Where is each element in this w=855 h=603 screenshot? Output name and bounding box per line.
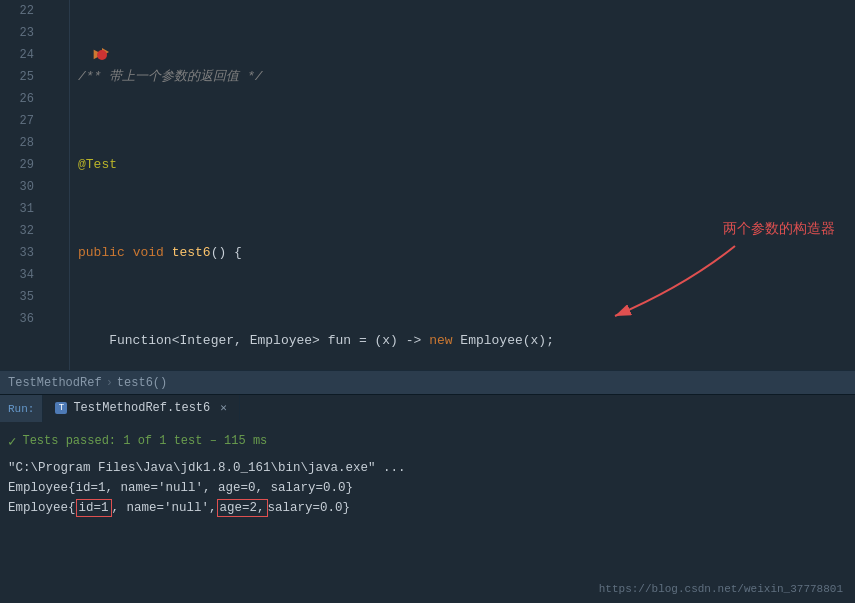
- editor-area: 22 23 24 25 26 27 28 29 30 31 32 33 34 3…: [0, 0, 855, 370]
- emp2-id-box: id=1: [76, 499, 112, 517]
- emp2-mid: , name='null',: [112, 498, 217, 518]
- breadcrumb-bar: TestMethodRef › test6(): [0, 370, 855, 394]
- breadcrumb-class: TestMethodRef: [8, 371, 102, 395]
- tab-bar: Run: T TestMethodRef.test6 ✕: [0, 394, 855, 422]
- ln-28: 28: [0, 132, 34, 154]
- ln-24: 24: [0, 44, 34, 66]
- ln-26: 26: [0, 88, 34, 110]
- code-line-24: public void test6() {: [70, 242, 855, 264]
- url-text: https://blog.csdn.net/weixin_37778801: [599, 583, 843, 595]
- tab-label: TestMethodRef.test6: [73, 401, 210, 415]
- gutter: ►: [42, 0, 70, 370]
- ln-36: 36: [0, 308, 34, 330]
- console-line-path: "C:\Program Files\Java\jdk1.8.0_161\bin\…: [8, 458, 847, 478]
- line-numbers: 22 23 24 25 26 27 28 29 30 31 32 33 34 3…: [0, 0, 42, 370]
- code-line-22: /** 带上一个参数的返回值 */: [70, 66, 855, 88]
- ln-22: 22: [0, 0, 34, 22]
- ln-31: 31: [0, 198, 34, 220]
- breadcrumb-separator: ›: [106, 371, 113, 395]
- check-icon: ✓: [8, 433, 16, 450]
- console-container: ▶ ↺ ■ ✓ Tests passed: 1 of 1 test – 115 …: [0, 422, 855, 597]
- tab-close-icon[interactable]: ✕: [220, 401, 227, 414]
- ln-27: 27: [0, 110, 34, 132]
- emp2-prefix: Employee{: [8, 498, 76, 518]
- console-line-1: Employee{id=1, name='null', age=0, salar…: [8, 478, 847, 498]
- code-line-23: @Test: [70, 154, 855, 176]
- ln-29: 29: [0, 154, 34, 176]
- ln-23: 23: [0, 22, 34, 44]
- ln-32: 32: [0, 220, 34, 242]
- tab-testmethodref[interactable]: T TestMethodRef.test6 ✕: [43, 395, 239, 422]
- ln-30: 30: [0, 176, 34, 198]
- ln-35: 35: [0, 286, 34, 308]
- emp2-suffix: salary=0.0}: [268, 498, 351, 518]
- console-status: Tests passed: 1 of 1 test – 115 ms: [22, 434, 267, 448]
- ln-33: 33: [0, 242, 34, 264]
- console-area: ✓ Tests passed: 1 of 1 test – 115 ms "C:…: [0, 422, 855, 597]
- breadcrumb-method: test6(): [117, 371, 167, 395]
- code-content: /** 带上一个参数的返回值 */ @Test public void test…: [70, 0, 855, 370]
- console-line-2: Employee{id=1, name='null', age=2, salar…: [8, 498, 847, 518]
- emp2-age-box: age=2,: [217, 499, 268, 517]
- tab-icon: T: [55, 402, 67, 414]
- console-output: "C:\Program Files\Java\jdk1.8.0_161\bin\…: [0, 454, 855, 522]
- console-toolbar: ✓ Tests passed: 1 of 1 test – 115 ms: [0, 428, 855, 454]
- ln-34: 34: [0, 264, 34, 286]
- code-line-25: Function<Integer, Employee> fun = (x) ->…: [70, 330, 855, 352]
- ln-25: 25: [0, 66, 34, 88]
- run-label: Run:: [0, 395, 43, 422]
